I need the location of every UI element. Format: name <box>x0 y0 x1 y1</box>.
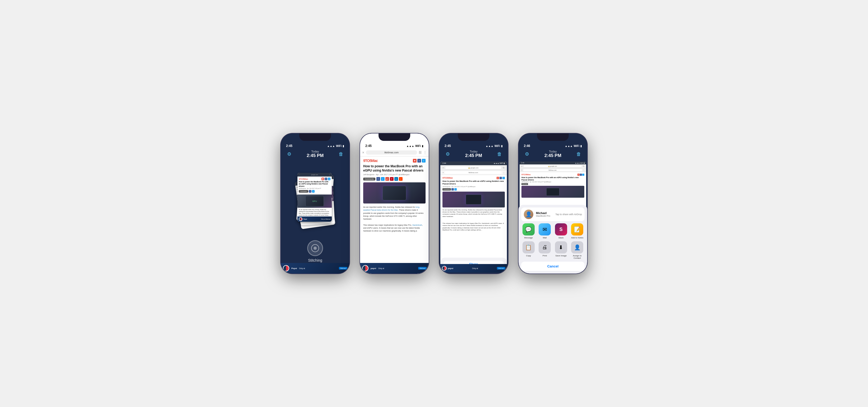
mini-browser-bar-4: × 🔒 google.com ↻ <box>520 165 586 168</box>
pepsi-logo-1 <box>283 265 289 271</box>
status-icons-3: ▲▲▲ WiFi ▮ <box>486 145 503 147</box>
stacked-cards: ← 9to5mac.com ⋮ 9TO5Mac How to power the… <box>293 169 338 238</box>
mini-browser-3: 2:44 ▲▲▲ WiFi ▮ × 🔒 google.com ↻ × 9to5m… <box>440 162 507 272</box>
app-header-4: ⚙ Today 2:45 PM 🗑 <box>519 149 587 161</box>
airdrop-info-4: Michael MacBook Pro <box>536 211 553 217</box>
time-2: 2:45 <box>365 144 372 148</box>
battery-icon-2: ▮ <box>422 145 424 147</box>
copy-icon-4: 📋 <box>523 241 535 254</box>
menu-icon-2[interactable]: ⋮ <box>424 151 427 154</box>
airdrop-device-4: MacBook Pro <box>536 214 553 217</box>
youtube-icon-2[interactable]: ▶ <box>413 159 416 163</box>
stacked-cards-area: ← 9to5mac.com ⋮ 9TO5Mac How to power the… <box>281 161 349 273</box>
copy-label-4: Copy <box>526 255 531 257</box>
slack-label-4: Slack <box>558 236 564 239</box>
mini-close-3[interactable]: × <box>442 167 444 169</box>
walmart-badge-1: Walmart <box>339 267 347 269</box>
mini-tab-menu-3[interactable]: ⋮ <box>503 172 505 174</box>
status-bar-1: 2:45 ▲▲▲ WiFi ▮ <box>281 141 349 149</box>
gear-icon-3[interactable]: ⚙ <box>444 150 452 158</box>
notch-2 <box>381 134 408 140</box>
site-logo-2: 9TO5Mac <box>363 158 378 163</box>
share-action-assign-4[interactable]: 👤 Assign to Contact <box>570 241 585 260</box>
signal-icon-4: ▲▲▲ <box>565 145 573 147</box>
status-bar-4: 2:46 ▲▲▲ WiFi ▮ <box>519 141 587 149</box>
pinterest-share-2[interactable]: P <box>390 177 394 181</box>
app-header-3: ⚙ Today 2:45 PM 🗑 <box>439 149 508 161</box>
assign-label-4: Assign to Contact <box>570 255 585 260</box>
trash-icon-3[interactable]: 🗑 <box>496 150 503 158</box>
battery-icon-3: ▮ <box>501 145 503 147</box>
phone-2: 2:45 ▲▲▲ WiFi ▮ × 9to5mac.com ⛓ ⋮ <box>360 134 429 273</box>
article-body-2: As we reported earlier this morning, Nvi… <box>363 206 426 232</box>
site-header-2: 9TO5Mac ▶ f t <box>363 158 426 163</box>
battery-icon-4: ▮ <box>580 145 582 147</box>
mini-tab-bar-3: × 9to5mac.com ⋮ <box>440 171 507 175</box>
gear-icon-4[interactable]: ⚙ <box>523 150 531 158</box>
wifi-icon-1: WiFi <box>336 145 342 147</box>
browser-content-2: 9TO5Mac ▶ f t How to power the MacBook P… <box>360 156 429 273</box>
share-action-copy-4[interactable]: 📋 Copy <box>521 241 536 260</box>
pepsi-text-3: pepsi <box>448 267 453 269</box>
gear-icon-1[interactable]: ⚙ <box>285 150 293 158</box>
share-actions-row2-4: 📋 Copy 🖨 Print ⬇ Save Image 👤 Assign to … <box>521 241 585 260</box>
stitching-label: Stitching <box>308 258 322 262</box>
share-action-slack-4[interactable]: S Slack <box>554 223 568 239</box>
walmart-text-3: Only at <box>472 267 478 269</box>
mini-tab-close-3[interactable]: × <box>442 171 444 174</box>
twitter-icon-2[interactable]: t <box>422 159 426 163</box>
ad-text-1: Pepsi <box>291 267 297 269</box>
fb-share-2[interactable]: f <box>376 177 380 181</box>
browser-header-2: × 9to5mac.com ⛓ ⋮ <box>360 149 429 156</box>
trash-icon-4[interactable]: 🗑 <box>575 150 583 158</box>
status-bar-2: 2:45 ▲▲▲ WiFi ▮ <box>360 141 429 149</box>
notes-label-4: Add to Notes <box>571 236 583 239</box>
mini-status-4: 2:44 ▲▲▲ WiFi ▮ <box>520 162 586 165</box>
link-icon-2[interactable]: ⛓ <box>419 151 422 154</box>
facebook-icon-2[interactable]: f <box>417 159 421 163</box>
share-panel-4: 👤 Michael MacBook Pro Tap to share with … <box>519 205 587 273</box>
share-action-notes-4[interactable]: 📝 Add to Notes <box>570 223 585 239</box>
stitching-indicator <box>307 240 323 256</box>
comments-btn-2[interactable]: Comments <box>363 178 375 180</box>
article-hero-2 <box>363 182 426 204</box>
pepsi-text-2: pepsi <box>371 267 376 269</box>
scene: 2:45 ▲▲▲ WiFi ▮ ⚙ Today 2:45 PM 🗑 <box>260 118 608 289</box>
url-bar-2[interactable]: 9to5mac.com <box>366 150 417 155</box>
mini-tab-url-3: 9to5mac.com <box>445 171 502 174</box>
time-label-3: 2:45 PM <box>465 153 482 158</box>
close-btn-2[interactable]: × <box>362 150 364 155</box>
notch-1 <box>302 134 328 140</box>
cancel-btn-4[interactable]: Cancel <box>521 262 585 271</box>
share-action-save-4[interactable]: ⬇ Save Image <box>554 241 568 260</box>
message-label-4: Message <box>524 236 533 239</box>
slack-icon-4: S <box>555 223 567 235</box>
mini-status-3: 2:44 ▲▲▲ WiFi ▮ <box>440 162 507 165</box>
time-1: 2:45 <box>286 144 292 148</box>
share-action-message-4[interactable]: 💬 Message <box>521 223 536 239</box>
assign-icon-4: 👤 <box>571 241 583 254</box>
trash-icon-1[interactable]: 🗑 <box>337 150 345 158</box>
reddit-share-2[interactable]: r <box>399 177 403 181</box>
mini-browser-bar-3: × 🔒 google.com ↻ <box>440 165 507 171</box>
mini-article-3: 9TO5Mac ▶ f t How to power the MacBook P… <box>440 175 507 233</box>
share-action-mail-4[interactable]: ✉ Mail <box>537 223 552 239</box>
airdrop-row-4: 👤 Michael MacBook Pro Tap to share with … <box>521 207 585 221</box>
gplus-share-2[interactable]: g+ <box>385 177 389 181</box>
wifi-icon-4: WiFi <box>574 145 579 147</box>
walmart-badge-2: Walmart <box>418 267 427 269</box>
mail-label-4: Mail <box>543 236 547 239</box>
tw-share-2[interactable]: t <box>381 177 384 181</box>
airdrop-avatar-4: 👤 <box>524 210 533 219</box>
article-meta-2: Jeff Benjamin · Apr. 11th 2017 2:02 pm P… <box>363 174 426 175</box>
only-at-text-2: Only at <box>378 267 384 269</box>
gpu-image-2 <box>382 186 406 200</box>
date-label-3: Today <box>465 150 482 153</box>
browser-actions-2: ⛓ ⋮ <box>419 151 427 154</box>
linkedin-share-2[interactable]: in <box>394 177 398 181</box>
save-label-4: Save Image <box>555 255 567 257</box>
ad-banner-3: pepsi Only at Walmart <box>440 264 507 272</box>
signal-icon-1: ▲▲▲ <box>327 145 335 147</box>
mini-reload-3[interactable]: ↻ <box>503 167 505 169</box>
share-action-print-4[interactable]: 🖨 Print <box>537 241 552 260</box>
